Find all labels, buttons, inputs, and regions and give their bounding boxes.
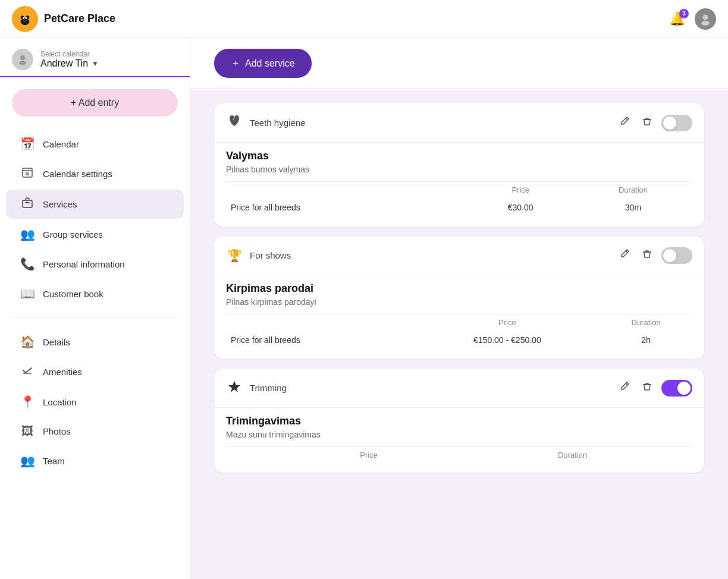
- sidebar: Select calendar Andrew Tin ▼ + Add entry…: [0, 38, 190, 579]
- sidebar-label-details: Details: [43, 337, 70, 347]
- calendar-info: Select calendar Andrew Tin ▼: [40, 50, 99, 69]
- edit-button-teeth-hygiene[interactable]: [616, 113, 633, 133]
- svg-line-20: [626, 251, 627, 253]
- price-table-teeth-hygiene: Price Duration Price for all breeds €30.…: [226, 181, 692, 217]
- service-card-body-trimming: Trimingavimas Mazu sunu trimingavimas Pr…: [214, 407, 704, 473]
- top-nav: PetCare Place 🔔 3: [0, 0, 728, 38]
- calendar-icon: 📅: [20, 137, 34, 151]
- service-title-trimming: Trimingavimas: [226, 415, 692, 427]
- sidebar-item-calendar[interactable]: 📅 Calendar: [6, 130, 184, 158]
- user-avatar-button[interactable]: [695, 8, 716, 30]
- table-row: Price for all breeds €30.00 30m: [226, 198, 692, 217]
- service-actions-trimming: [616, 378, 692, 398]
- nav-divider: [12, 317, 178, 318]
- sidebar-item-group-services[interactable]: 👥 Group services: [6, 220, 184, 248]
- col-price: Price: [285, 447, 453, 464]
- toggle-knob: [677, 382, 691, 395]
- delete-button-for-shows[interactable]: [639, 246, 655, 265]
- details-icon: 🏠: [20, 335, 34, 349]
- svg-point-6: [26, 17, 27, 19]
- calendar-selector[interactable]: Select calendar Andrew Tin ▼: [0, 38, 190, 77]
- sidebar-label-location: Location: [43, 397, 77, 407]
- row-price: €150.00 - €250.00: [415, 331, 600, 350]
- sidebar-label-personal-information: Personal information: [43, 259, 125, 269]
- toggle-trimming[interactable]: [661, 380, 692, 397]
- service-desc-teeth-hygiene: Pilnas burnos valymas: [226, 165, 692, 174]
- service-title-teeth-hygiene: Valymas: [226, 150, 692, 162]
- col-label: [226, 447, 285, 464]
- price-table-for-shows: Price Duration Price for all breeds €150…: [226, 314, 692, 350]
- toggle-teeth-hygiene[interactable]: [661, 115, 692, 131]
- sidebar-item-details[interactable]: 🏠 Details: [6, 328, 184, 356]
- toggle-knob: [663, 117, 676, 130]
- svg-point-7: [703, 14, 708, 20]
- main-content: ＋ Add service Teeth hygiene: [190, 38, 728, 579]
- top-nav-right: 🔔 3: [669, 8, 716, 30]
- sidebar-item-photos[interactable]: 🖼 Photos: [6, 417, 184, 445]
- svg-line-18: [626, 118, 627, 120]
- svg-point-8: [701, 21, 710, 26]
- personal-information-icon: 📞: [20, 257, 34, 271]
- svg-point-9: [20, 55, 25, 60]
- row-duration: 2h: [600, 331, 692, 350]
- plus-icon: ＋: [231, 57, 240, 70]
- layout: Select calendar Andrew Tin ▼ + Add entry…: [0, 38, 728, 579]
- svg-point-10: [19, 61, 26, 65]
- service-actions: [616, 113, 692, 133]
- service-card-for-shows: 🏆 For shows: [214, 236, 704, 359]
- customer-book-icon: 📖: [20, 287, 34, 301]
- row-duration: 30m: [574, 198, 692, 217]
- delete-button-teeth-hygiene[interactable]: [639, 113, 655, 133]
- sidebar-item-location[interactable]: 📍 Location: [6, 388, 184, 416]
- sidebar-item-team[interactable]: 👥 Team: [6, 446, 184, 475]
- service-actions-for-shows: [616, 246, 692, 265]
- delete-button-trimming[interactable]: [639, 378, 655, 398]
- row-label: Price for all breeds: [226, 331, 415, 350]
- sidebar-label-calendar-settings: Calendar settings: [43, 169, 112, 179]
- main-header: ＋ Add service: [190, 38, 728, 89]
- toggle-knob: [663, 249, 676, 262]
- col-duration: Duration: [574, 182, 692, 199]
- sidebar-label-group-services: Group services: [43, 229, 103, 240]
- table-row: Price for all breeds €150.00 - €250.00 2…: [226, 331, 692, 350]
- calendar-settings-icon: [20, 166, 34, 181]
- col-price: Price: [415, 314, 600, 331]
- col-duration: Duration: [600, 314, 692, 331]
- toggle-for-shows[interactable]: [661, 247, 692, 264]
- price-table-trimming: Price Duration: [226, 446, 692, 463]
- edit-button-for-shows[interactable]: [616, 246, 633, 265]
- calendar-label: Select calendar: [40, 50, 99, 58]
- sidebar-label-amenities: Amenities: [43, 367, 82, 377]
- photos-icon: 🖼: [20, 424, 34, 438]
- group-services-icon: 👥: [20, 227, 34, 241]
- team-icon: 👥: [20, 454, 34, 468]
- services-icon: [20, 197, 34, 212]
- service-card-teeth-hygiene: Teeth hygiene: [214, 103, 704, 226]
- amenities-icon: [20, 364, 34, 379]
- notification-badge: 3: [679, 9, 689, 18]
- location-icon: 📍: [20, 395, 34, 409]
- service-desc-trimming: Mazu sunu trimingavimas: [226, 430, 692, 439]
- services-list: Teeth hygiene: [190, 89, 728, 487]
- service-category-trimming: Trimming: [250, 383, 609, 393]
- primary-nav: 📅 Calendar Calendar settings: [0, 126, 190, 311]
- service-card-body-for-shows: Kirpimas parodai Pilnas kirpimas paroday…: [214, 275, 704, 359]
- calendar-avatar: [12, 49, 33, 70]
- add-entry-button[interactable]: + Add entry: [12, 89, 178, 117]
- sidebar-item-personal-information[interactable]: 📞 Personal information: [6, 250, 184, 278]
- sidebar-item-calendar-settings[interactable]: Calendar settings: [6, 159, 184, 188]
- edit-button-trimming[interactable]: [616, 378, 633, 398]
- sidebar-item-amenities[interactable]: Amenities: [6, 357, 184, 386]
- calendar-name: Andrew Tin ▼: [40, 58, 99, 69]
- service-desc-for-shows: Pilnas kirpimas parodayi: [226, 297, 692, 307]
- add-service-button[interactable]: ＋ Add service: [214, 49, 312, 78]
- sidebar-item-customer-book[interactable]: 📖 Customer book: [6, 279, 184, 308]
- service-title-for-shows: Kirpimas parodai: [226, 282, 692, 295]
- notification-button[interactable]: 🔔 3: [669, 11, 685, 27]
- sidebar-item-services[interactable]: Services: [6, 190, 184, 219]
- secondary-nav: 🏠 Details Amenities 📍 Location 🖼 Photos: [0, 324, 190, 479]
- sidebar-label-calendar: Calendar: [43, 139, 79, 149]
- col-duration: Duration: [453, 447, 692, 464]
- for-shows-icon: 🏆: [226, 248, 243, 263]
- svg-point-5: [23, 17, 24, 19]
